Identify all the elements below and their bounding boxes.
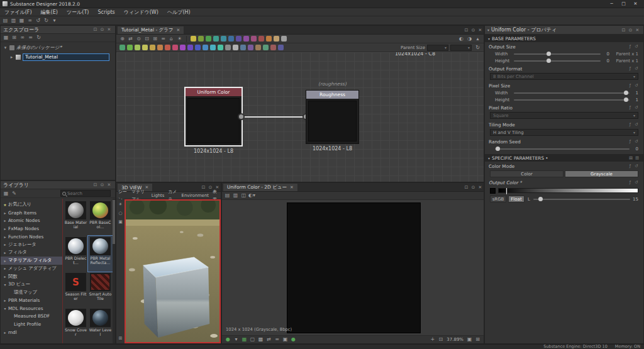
- filter-icon[interactable]: ≡: [26, 34, 35, 42]
- connection-wire[interactable]: [242, 116, 307, 118]
- library-node-icon[interactable]: [127, 45, 133, 50]
- reset-icon[interactable]: ↺: [633, 121, 640, 128]
- atomic-node-icon[interactable]: [266, 36, 272, 42]
- library-node-icon[interactable]: [278, 45, 284, 50]
- library-scrollbar[interactable]: [113, 199, 115, 343]
- pan-icon[interactable]: ⇄: [265, 336, 273, 343]
- atomic-node-icon[interactable]: [191, 36, 196, 42]
- chevron-icon[interactable]: ▸: [3, 266, 7, 270]
- reset-icon[interactable]: ↺: [633, 65, 640, 72]
- function-icon[interactable]: ƒ: [627, 65, 633, 72]
- random-seed-slider[interactable]: [495, 148, 630, 150]
- view3d-menu-item[interactable]: Environment: [180, 192, 211, 199]
- library-node-icon[interactable]: [135, 45, 140, 50]
- graph-name-input[interactable]: [23, 53, 109, 61]
- library-tree-item[interactable]: ▸メッシュ アダプティブ: [1, 265, 62, 273]
- copy-image-icon[interactable]: ▥: [231, 192, 240, 199]
- info-toggle-icon[interactable]: ≡: [273, 336, 281, 343]
- comment-icon[interactable]: ≡: [159, 35, 167, 43]
- chevron-icon[interactable]: ▸: [3, 226, 7, 231]
- toolbar-options-icon[interactable]: ▴: [474, 35, 482, 43]
- preset-icon[interactable]: ▤: [628, 154, 634, 162]
- pin-panel-icon[interactable]: ⊙: [99, 26, 106, 33]
- chevron-icon[interactable]: ▸: [3, 298, 7, 302]
- library-tree-item[interactable]: ▸Graph Items: [1, 209, 62, 217]
- close-panel-icon[interactable]: ✕: [106, 26, 113, 33]
- output-height-slider[interactable]: [514, 60, 601, 62]
- library-thumbnail[interactable]: PBR Dielect...: [64, 236, 88, 272]
- refresh-icon[interactable]: ↻: [35, 34, 43, 42]
- library-node-icon[interactable]: [195, 45, 201, 50]
- graph-row[interactable]: ▸: [1, 53, 115, 61]
- canvas-toggle-icon[interactable]: ▢: [248, 336, 257, 343]
- output-connector-dot[interactable]: [238, 113, 245, 120]
- background-color-icon[interactable]: ●: [224, 336, 232, 343]
- pan-tool-icon[interactable]: ⇄: [126, 35, 135, 43]
- link-package-icon[interactable]: ∞: [18, 34, 26, 42]
- chevron-down-icon[interactable]: ▾: [3, 45, 8, 50]
- library-node-icon[interactable]: [218, 45, 223, 50]
- atomic-node-icon[interactable]: [251, 36, 257, 42]
- node-uniform-color[interactable]: Uniform Color: [184, 87, 243, 147]
- pin-panel-icon[interactable]: ⊙: [470, 26, 477, 34]
- section-base-parameters[interactable]: ▾ BASE PARAMETERS: [485, 35, 643, 42]
- reset-icon[interactable]: ↺: [633, 162, 640, 170]
- library-thumbnail[interactable]: Snow Cover: [64, 307, 88, 343]
- library-tree-item[interactable]: 環境マップ: [1, 289, 62, 297]
- function-icon[interactable]: ƒ: [627, 121, 633, 128]
- graph-canvas[interactable]: 1024x1024 - C8 Uniform Color Roughness (…: [116, 52, 484, 182]
- library-tree-item[interactable]: ▸マテリアル フィルタ: [1, 257, 62, 265]
- library-tree-item[interactable]: ▸Atomic Nodes: [1, 216, 62, 224]
- library-node-icon[interactable]: [157, 45, 163, 50]
- atomic-node-icon[interactable]: [243, 36, 249, 42]
- grayscale-gradient-bar[interactable]: [498, 188, 638, 193]
- atomic-node-icon[interactable]: [274, 36, 279, 42]
- library-thumbnail[interactable]: Smart Auto Tile: [88, 272, 113, 307]
- save-icon[interactable]: ▦: [18, 17, 26, 25]
- chevron-icon[interactable]: ▸: [3, 235, 7, 239]
- float-panel-icon[interactable]: ⊡: [92, 181, 99, 189]
- reset-icon[interactable]: ↺: [633, 82, 640, 89]
- fit-view-icon[interactable]: ⊡: [436, 336, 445, 343]
- library-node-icon[interactable]: [263, 45, 269, 50]
- library-tree-item[interactable]: ▸ジェネレータ: [1, 240, 62, 248]
- channel-select-icon[interactable]: ◐▾: [248, 192, 256, 199]
- 2d-image[interactable]: [287, 202, 421, 333]
- 2d-canvas[interactable]: 1024 x 1024 (Grayscale, 8bpc): [222, 200, 484, 335]
- color-swatch[interactable]: [490, 188, 496, 194]
- function-icon[interactable]: ƒ: [627, 82, 633, 89]
- snap-icon[interactable]: ⊞: [151, 35, 159, 43]
- library-tree-item[interactable]: Light Profile: [1, 320, 62, 328]
- close-panel-icon[interactable]: ✕: [106, 181, 113, 189]
- atomic-node-icon[interactable]: [221, 36, 226, 42]
- chevron-icon[interactable]: ▸: [3, 211, 7, 215]
- view3d-menu-item[interactable]: Lights: [150, 192, 167, 199]
- menu-item[interactable]: 編集(E): [36, 8, 62, 16]
- function-icon[interactable]: ƒ: [627, 179, 633, 186]
- chevron-icon[interactable]: ▾: [3, 306, 7, 311]
- library-node-icon[interactable]: [150, 45, 155, 50]
- library-thumbnail[interactable]: Water Level: [88, 307, 113, 343]
- fullscreen-icon[interactable]: ⊞: [474, 336, 482, 343]
- library-tree-item[interactable]: ▸PBR Materials: [1, 296, 62, 304]
- maximize-icon[interactable]: □: [618, 0, 630, 8]
- preview-mode-icon[interactable]: ◐: [457, 35, 465, 43]
- menu-item[interactable]: Scripts: [93, 8, 119, 16]
- display-mode-icon[interactable]: ▣: [117, 219, 124, 225]
- chevron-icon[interactable]: ▸: [3, 274, 7, 279]
- library-tree-item[interactable]: ▸FxMap Nodes: [1, 224, 62, 233]
- library-search[interactable]: [60, 190, 111, 197]
- viewport-settings-icon[interactable]: ⊞: [117, 335, 124, 341]
- redo-icon[interactable]: ↻: [42, 17, 50, 25]
- srgb-button[interactable]: sRGB: [490, 196, 506, 202]
- chevron-icon[interactable]: ▸: [3, 242, 7, 247]
- import-icon[interactable]: ⊞: [10, 34, 18, 42]
- function-icon[interactable]: ƒ: [627, 104, 633, 111]
- menu-item[interactable]: ウィンドウ(W): [119, 8, 163, 16]
- library-tree-item[interactable]: ▾MDL Resources: [1, 304, 62, 313]
- close-tab-icon[interactable]: ✕: [290, 185, 294, 190]
- center-view-icon[interactable]: +: [428, 336, 436, 343]
- atomic-node-icon[interactable]: [213, 36, 219, 42]
- atomic-node-icon[interactable]: [258, 36, 264, 42]
- link-icon[interactable]: ∞: [26, 17, 34, 25]
